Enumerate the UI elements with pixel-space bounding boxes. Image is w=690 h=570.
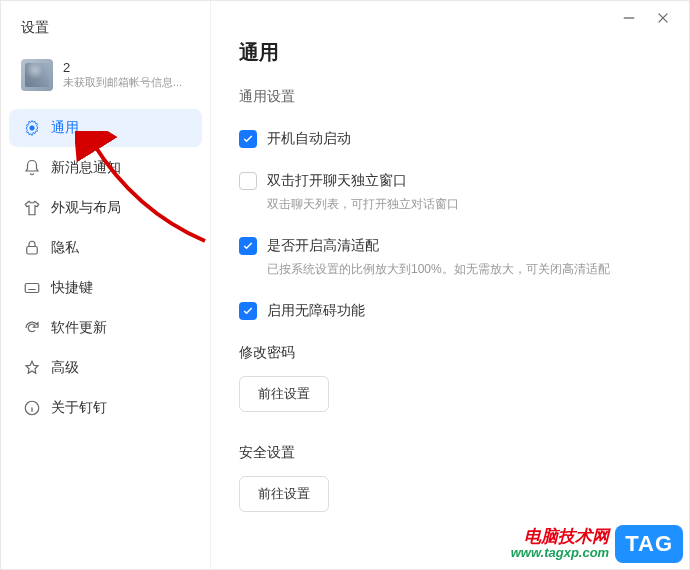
watermark-cn: 电脑技术网 bbox=[524, 528, 609, 547]
sidebar: 设置 2 未获取到邮箱帐号信息... 通用 新消息通知 bbox=[1, 1, 211, 569]
gear-icon bbox=[23, 119, 41, 137]
watermark-url: www.tagxp.com bbox=[511, 546, 609, 560]
bell-icon bbox=[23, 159, 41, 177]
main-panel: 通用 通用设置 开机自动启动 双击打开聊天独立窗口 双击聊天列表，可打开独立对话… bbox=[211, 1, 689, 569]
sidebar-item-shortcuts[interactable]: 快捷键 bbox=[9, 269, 202, 307]
security-settings-button[interactable]: 前往设置 bbox=[239, 476, 329, 512]
change-password-button[interactable]: 前往设置 bbox=[239, 376, 329, 412]
sidebar-item-label: 隐私 bbox=[51, 239, 79, 257]
window-title: 设置 bbox=[1, 11, 210, 53]
option-accessibility: 启用无障碍功能 bbox=[239, 302, 661, 320]
option-desc: 双击聊天列表，可打开独立对话窗口 bbox=[267, 196, 661, 213]
close-button[interactable] bbox=[655, 10, 671, 26]
option-dblclick-chat: 双击打开聊天独立窗口 双击聊天列表，可打开独立对话窗口 bbox=[239, 172, 661, 213]
keyboard-icon bbox=[23, 279, 41, 297]
watermark: 电脑技术网 www.tagxp.com TAG bbox=[511, 525, 683, 563]
sidebar-item-label: 通用 bbox=[51, 119, 79, 137]
shirt-icon bbox=[23, 199, 41, 217]
sidebar-item-label: 外观与布局 bbox=[51, 199, 121, 217]
star-icon bbox=[23, 359, 41, 377]
sidebar-item-notifications[interactable]: 新消息通知 bbox=[9, 149, 202, 187]
option-label: 启用无障碍功能 bbox=[267, 302, 365, 320]
page-title: 通用 bbox=[239, 39, 661, 66]
sidebar-item-updates[interactable]: 软件更新 bbox=[9, 309, 202, 347]
option-label: 是否开启高清适配 bbox=[267, 237, 379, 255]
lock-icon bbox=[23, 239, 41, 257]
section-general-label: 通用设置 bbox=[239, 88, 661, 106]
avatar bbox=[21, 59, 53, 91]
account-subtitle: 未获取到邮箱帐号信息... bbox=[63, 75, 182, 90]
watermark-tag: TAG bbox=[615, 525, 683, 563]
sidebar-nav: 通用 新消息通知 外观与布局 隐私 bbox=[1, 105, 210, 431]
svg-rect-1 bbox=[27, 247, 38, 255]
option-autostart: 开机自动启动 bbox=[239, 130, 661, 148]
svg-rect-2 bbox=[25, 284, 39, 293]
svg-point-0 bbox=[30, 126, 35, 131]
sidebar-item-label: 高级 bbox=[51, 359, 79, 377]
sidebar-item-label: 软件更新 bbox=[51, 319, 107, 337]
option-desc: 已按系统设置的比例放大到100%。如无需放大，可关闭高清适配 bbox=[267, 261, 661, 278]
sidebar-item-advanced[interactable]: 高级 bbox=[9, 349, 202, 387]
titlebar bbox=[211, 1, 689, 35]
change-password-heading: 修改密码 bbox=[239, 344, 661, 362]
sidebar-item-label: 关于钉钉 bbox=[51, 399, 107, 417]
option-label: 双击打开聊天独立窗口 bbox=[267, 172, 407, 190]
checkbox-hidpi[interactable] bbox=[239, 237, 257, 255]
account-name: 2 bbox=[63, 60, 182, 75]
sidebar-item-label: 新消息通知 bbox=[51, 159, 121, 177]
option-hidpi: 是否开启高清适配 已按系统设置的比例放大到100%。如无需放大，可关闭高清适配 bbox=[239, 237, 661, 278]
minimize-button[interactable] bbox=[621, 10, 637, 26]
sidebar-item-general[interactable]: 通用 bbox=[9, 109, 202, 147]
sidebar-item-label: 快捷键 bbox=[51, 279, 93, 297]
checkbox-autostart[interactable] bbox=[239, 130, 257, 148]
sidebar-item-about[interactable]: 关于钉钉 bbox=[9, 389, 202, 427]
sidebar-item-privacy[interactable]: 隐私 bbox=[9, 229, 202, 267]
sidebar-item-appearance[interactable]: 外观与布局 bbox=[9, 189, 202, 227]
checkbox-accessibility[interactable] bbox=[239, 302, 257, 320]
info-icon bbox=[23, 399, 41, 417]
account-block[interactable]: 2 未获取到邮箱帐号信息... bbox=[1, 53, 210, 105]
security-settings-heading: 安全设置 bbox=[239, 444, 661, 462]
refresh-icon bbox=[23, 319, 41, 337]
checkbox-dblclick-chat[interactable] bbox=[239, 172, 257, 190]
option-label: 开机自动启动 bbox=[267, 130, 351, 148]
